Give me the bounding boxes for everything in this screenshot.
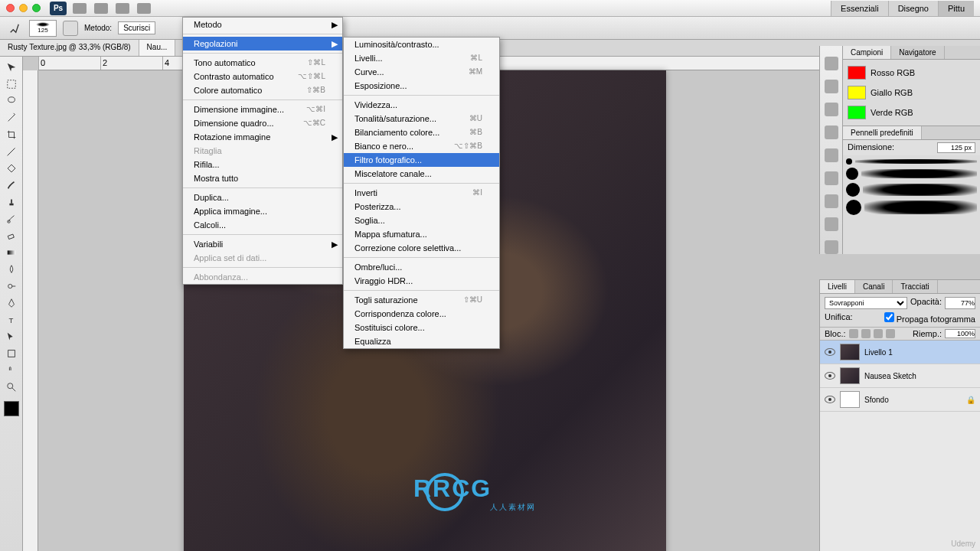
menu-item[interactable]: Posterizza...	[344, 200, 499, 214]
panel-icon-1[interactable]	[825, 57, 838, 70]
panel-icon-3[interactable]	[825, 103, 838, 116]
tab-pennelli[interactable]: Pennelli predefiniti	[843, 126, 922, 139]
panel-icon-9[interactable]	[825, 240, 838, 254]
menu-item[interactable]: Tono automatico⇧⌘L	[183, 56, 342, 70]
lock-paint-icon[interactable]	[861, 329, 871, 338]
brush-toggle-icon[interactable]	[63, 21, 78, 36]
gradient-tool[interactable]	[3, 245, 20, 260]
menu-item[interactable]: Miscelatore canale...	[344, 167, 499, 181]
minimize-icon[interactable]	[19, 4, 28, 12]
zoom-tool[interactable]	[3, 380, 20, 395]
layer-row[interactable]: Nausea Sketch	[820, 364, 980, 388]
blur-tool[interactable]	[3, 262, 20, 277]
eyedropper-tool[interactable]	[3, 144, 20, 159]
healing-tool[interactable]	[3, 161, 20, 176]
menu-item[interactable]: Contrasto automatico⌥⇧⌘L	[183, 70, 342, 83]
menu-item[interactable]: Livelli...⌘L	[344, 51, 499, 65]
lasso-tool[interactable]	[3, 93, 20, 109]
panel-icon-6[interactable]	[825, 171, 838, 185]
workspace-tab-disegno[interactable]: Disegno	[888, 1, 938, 16]
menu-item[interactable]: Sostituisci colore...	[344, 321, 499, 334]
swatch-row[interactable]: Giallo RGB	[846, 83, 977, 103]
menu-icon-2[interactable]	[94, 3, 108, 14]
menu-item[interactable]: Corrispondenza colore...	[344, 307, 499, 321]
panel-icon-2[interactable]	[825, 80, 838, 93]
history-brush-tool[interactable]	[3, 211, 20, 227]
menu-icon-4[interactable]	[137, 3, 151, 14]
menu-item[interactable]: Filtro fotografico...	[344, 153, 499, 167]
zoom-icon[interactable]	[32, 4, 41, 12]
layer-row[interactable]: Sfondo 🔒	[820, 388, 980, 412]
workspace-tab-essenziali[interactable]: Essenziali	[831, 1, 888, 16]
layer-row[interactable]: Livello 1	[820, 341, 980, 364]
brush-tool[interactable]	[3, 178, 20, 193]
menu-item[interactable]: Curve...⌘M	[344, 65, 499, 79]
blend-mode-select[interactable]: Scurisci	[118, 21, 155, 34]
menu-item[interactable]: Togli saturazione⇧⌘U	[344, 293, 499, 307]
swatch-row[interactable]: Rosso RGB	[846, 63, 977, 83]
stamp-tool[interactable]	[3, 194, 20, 210]
panel-icon-8[interactable]	[825, 217, 838, 231]
brush-preview[interactable]: 125	[29, 20, 57, 37]
tab-livelli[interactable]: Livelli	[820, 280, 855, 293]
menu-item[interactable]: Viraggio HDR...	[344, 274, 499, 288]
tab-tracciati[interactable]: Tracciati	[893, 280, 937, 293]
close-icon[interactable]	[6, 4, 15, 12]
menu-item[interactable]: Variabili▶	[183, 237, 342, 251]
hand-tool[interactable]	[3, 363, 20, 378]
menu-item[interactable]: Mappa sfumatura...	[344, 227, 499, 241]
doc-tab-nau[interactable]: Nau...	[139, 40, 176, 56]
visibility-icon[interactable]	[825, 348, 835, 356]
menu-item[interactable]: Colore automatico⇧⌘B	[183, 83, 342, 97]
menu-item[interactable]: Equalizza	[344, 334, 499, 348]
dodge-tool[interactable]	[3, 279, 20, 294]
tab-navigatore[interactable]: Navigatore	[891, 46, 944, 59]
menu-item[interactable]: Regolazioni▶	[183, 37, 342, 51]
menu-item[interactable]: Bianco e nero...⌥⇧⌘B	[344, 139, 499, 153]
menu-item[interactable]: Rotazione immagine▶	[183, 130, 342, 144]
menu-item[interactable]: Bilanciamento colore...⌘B	[344, 126, 499, 139]
tab-campioni[interactable]: Campioni	[843, 46, 891, 59]
brush-preset[interactable]	[846, 158, 977, 165]
menu-item[interactable]: Mostra tutto	[183, 171, 342, 185]
lock-move-icon[interactable]	[874, 329, 883, 338]
panel-icon-4[interactable]	[825, 126, 838, 139]
menu-item[interactable]: Dimensione immagine...⌥⌘I	[183, 103, 342, 116]
brush-preset[interactable]	[846, 200, 977, 215]
menu-item[interactable]: Calcoli...	[183, 218, 342, 232]
brush-preset[interactable]	[846, 168, 977, 180]
eraser-tool[interactable]	[3, 228, 20, 243]
propaga-check[interactable]: Propaga fotogramma	[884, 312, 975, 324]
menu-item[interactable]: Soglia...	[344, 214, 499, 227]
menu-item[interactable]: Tonalità/saturazione...⌘U	[344, 112, 499, 126]
wand-tool[interactable]	[3, 110, 20, 126]
shape-tool[interactable]	[3, 346, 20, 361]
brush-preset[interactable]	[846, 183, 977, 197]
panel-icon-5[interactable]	[825, 148, 838, 162]
type-tool[interactable]: T	[3, 312, 20, 328]
opacity-input[interactable]	[945, 297, 975, 309]
workspace-tab-pittura[interactable]: Pittu	[938, 1, 974, 16]
image-menu[interactable]: Metodo▶Regolazioni▶Tono automatico⇧⌘LCon…	[182, 17, 343, 285]
menu-icon-3[interactable]	[116, 3, 129, 14]
blend-mode-select[interactable]: Sovrapponi	[825, 297, 907, 309]
menu-item[interactable]: Duplica...	[183, 191, 342, 204]
crop-tool[interactable]	[3, 127, 20, 142]
visibility-icon[interactable]	[825, 396, 835, 403]
pen-tool[interactable]	[3, 295, 20, 311]
regolazioni-submenu[interactable]: Luminosità/contrasto...Livelli...⌘LCurve…	[343, 37, 500, 349]
menu-icon-1[interactable]	[73, 3, 87, 14]
fill-input[interactable]	[945, 329, 975, 338]
menu-item[interactable]: Esposizione...	[344, 79, 499, 93]
menu-item[interactable]: Correzione colore selettiva...	[344, 241, 499, 255]
menu-item[interactable]: Dimensione quadro...⌥⌘C	[183, 116, 342, 130]
menu-item[interactable]: Luminosità/contrasto...	[344, 37, 499, 51]
brush-size-input[interactable]	[937, 142, 975, 153]
doc-tab-rusty[interactable]: Rusty Texture.jpg @ 33,3% (RGB/8)	[0, 40, 139, 56]
lock-transparency-icon[interactable]	[849, 329, 858, 338]
menu-item[interactable]: Metodo▶	[183, 18, 342, 31]
menu-item[interactable]: Vividezza...	[344, 98, 499, 112]
menu-item[interactable]: Rifila...	[183, 158, 342, 171]
marquee-tool[interactable]	[3, 77, 20, 92]
path-tool[interactable]	[3, 329, 20, 344]
